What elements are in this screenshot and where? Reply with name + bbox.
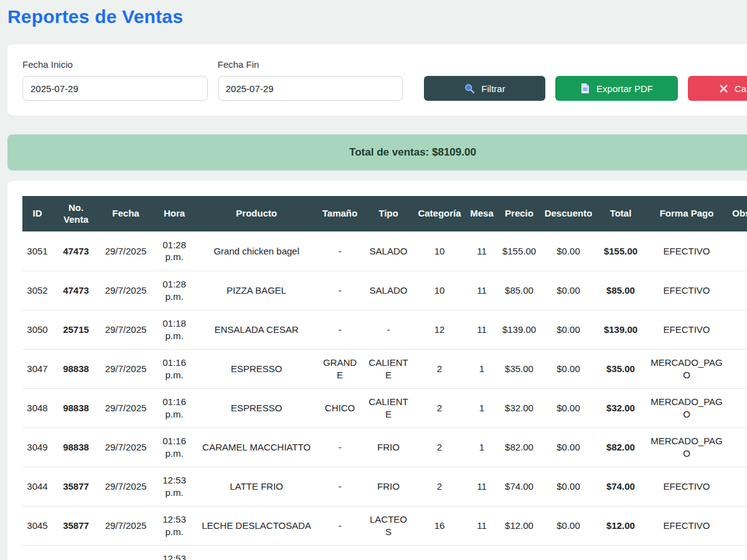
table-cell	[466, 545, 498, 560]
table-cell: -	[316, 271, 364, 310]
table-cell: 29/7/2025	[100, 271, 152, 310]
table-cell	[728, 310, 747, 349]
table-cell: -	[316, 467, 364, 506]
table-cell: 29/7/2025	[100, 231, 152, 271]
table-cell: 01:16 p.m.	[152, 427, 197, 467]
fecha-fin-input[interactable]	[218, 76, 403, 101]
x-icon	[719, 84, 728, 93]
table-cell: 35877	[52, 467, 100, 506]
table-cell: 10	[413, 231, 466, 271]
table-cell: LATTE FRIO	[197, 467, 316, 506]
filtrar-button-label: Filtrar	[481, 83, 505, 94]
table-cell	[728, 467, 747, 506]
table-cell: $0.00	[540, 506, 596, 545]
table-cell: 2	[413, 467, 466, 506]
cancelar-button-label: Cancelar	[735, 83, 747, 94]
table-cell: LECHE DESLACTOSADA	[197, 506, 316, 545]
table-cell: 11	[466, 231, 498, 271]
table-cell	[728, 349, 747, 388]
table-cell: 1	[466, 349, 498, 388]
total-ventas-banner: Total de ventas: $8109.00	[7, 134, 747, 170]
table-cell: 29/7/2025	[100, 310, 152, 349]
table-cell: 29/7/2025	[100, 388, 152, 427]
table-cell: SALADO	[364, 231, 413, 271]
table-cell: $155.00	[498, 231, 540, 271]
table-cell: 47473	[52, 231, 100, 271]
table-cell	[596, 545, 645, 560]
table-cell: 11	[466, 271, 498, 310]
column-header: Tamaño	[316, 196, 364, 231]
table-cell: MERCADO_PAGO	[645, 388, 728, 427]
table-cell: 1	[466, 388, 498, 427]
table-cell: 12	[413, 310, 466, 349]
table-cell: $0.00	[540, 388, 596, 427]
table-cell: -	[316, 427, 364, 467]
table-cell: $0.00	[540, 310, 596, 349]
table-cell	[498, 545, 540, 560]
table-cell: 3045	[22, 506, 52, 545]
table-cell: 98838	[52, 349, 100, 388]
table-cell: 11	[466, 506, 498, 545]
table-cell: LACTEOS	[364, 506, 413, 545]
table-row: 30479883829/7/202501:16 p.m.ESPRESSOGRAN…	[22, 349, 747, 388]
table-cell: 2	[413, 427, 466, 467]
table-cell: -	[316, 231, 364, 271]
table-cell	[728, 545, 747, 560]
table-cell	[316, 545, 364, 560]
table-cell: $0.00	[540, 231, 596, 271]
filtrar-button[interactable]: Filtrar	[424, 76, 545, 101]
table-cell	[540, 545, 596, 560]
fecha-fin-label: Fecha Fin	[218, 59, 403, 70]
sales-table: IDNo. VentaFechaHoraProductoTamañoTipoCa…	[22, 196, 747, 560]
table-cell: 01:16 p.m.	[152, 349, 197, 388]
fecha-inicio-label: Fecha Inicio	[22, 59, 208, 70]
table-row: 30514747329/7/202501:28 p.m.Grand chicke…	[22, 231, 747, 271]
table-cell: $12.00	[596, 506, 645, 545]
column-header: Producto	[197, 196, 316, 231]
table-cell: ESPRESSO	[197, 388, 316, 427]
table-cell: 16	[413, 506, 466, 545]
table-cell	[728, 231, 747, 271]
table-cell: -	[316, 310, 364, 349]
table-cell	[728, 271, 747, 310]
table-cell: 1	[466, 427, 498, 467]
table-cell: $35.00	[596, 349, 645, 388]
table-cell: $74.00	[596, 467, 645, 506]
table-cell: $0.00	[540, 349, 596, 388]
table-cell: EFECTIVO	[645, 231, 728, 271]
table-cell	[364, 545, 413, 560]
sales-table-body: 30514747329/7/202501:28 p.m.Grand chicke…	[22, 231, 747, 560]
table-cell: CHICO	[316, 388, 364, 427]
table-cell: 3050	[22, 310, 52, 349]
filter-panel: Fecha Inicio Fecha Fin Filtrar	[7, 44, 747, 116]
table-row: 12:53 p.m.	[22, 545, 747, 560]
table-cell: $74.00	[498, 467, 540, 506]
table-cell: CALIENTE	[364, 349, 413, 388]
table-cell: 01:18 p.m.	[152, 310, 197, 349]
table-cell: 11	[466, 310, 498, 349]
table-cell	[22, 545, 52, 560]
table-cell: $32.00	[596, 388, 645, 427]
table-cell: $0.00	[540, 271, 596, 310]
table-cell: 11	[466, 467, 498, 506]
total-ventas-text: Total de ventas: $8109.00	[349, 146, 476, 159]
table-cell: 29/7/2025	[100, 349, 152, 388]
table-cell	[728, 388, 747, 427]
table-cell: -	[316, 506, 364, 545]
table-cell: CALIENTE	[364, 388, 413, 427]
table-cell: 3047	[22, 349, 52, 388]
fecha-fin-field: Fecha Fin	[218, 59, 403, 101]
table-cell: EFECTIVO	[645, 310, 728, 349]
column-header: Fecha	[100, 196, 152, 231]
table-row: 30443587729/7/202512:53 p.m.LATTE FRIO-F…	[22, 467, 747, 506]
table-cell: 29/7/2025	[100, 506, 152, 545]
table-cell: MERCADO_PAGO	[645, 427, 728, 467]
table-cell: 01:16 p.m.	[152, 388, 197, 427]
table-cell: 29/7/2025	[100, 467, 152, 506]
exportar-pdf-button[interactable]: Exportar PDF	[555, 76, 678, 101]
table-cell: 12:53 p.m.	[152, 467, 197, 506]
cancelar-button[interactable]: Cancelar	[688, 76, 747, 101]
fecha-inicio-input[interactable]	[22, 76, 208, 101]
table-row: 30489883829/7/202501:16 p.m.ESPRESSOCHIC…	[22, 388, 747, 427]
page: Reportes de Ventas Fecha Inicio Fecha Fi…	[0, 6, 747, 560]
